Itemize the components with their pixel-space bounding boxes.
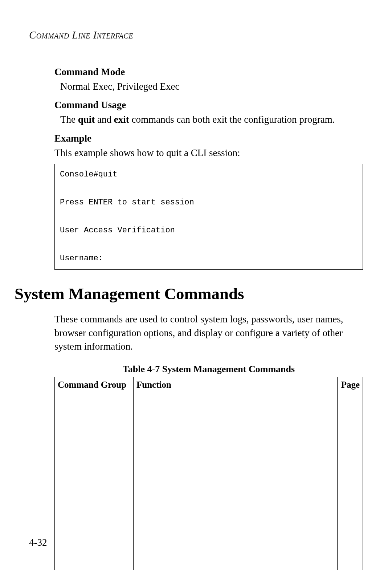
command-mode-label: Command Mode	[54, 66, 363, 78]
page: Command Line Interface Command Mode Norm…	[0, 0, 392, 570]
running-head: Command Line Interface	[29, 29, 363, 41]
usage-mid: and	[95, 114, 114, 125]
command-usage-label: Command Usage	[54, 99, 363, 111]
table-caption: Table 4-7 System Management Commands	[54, 364, 363, 375]
usage-prefix: The	[60, 114, 78, 125]
example-code: Console#quit Press ENTER to start sessio…	[54, 164, 363, 270]
example-label: Example	[54, 133, 363, 144]
page-number: 4-32	[29, 537, 47, 548]
content-block: Command Mode Normal Exec, Privileged Exe…	[54, 66, 363, 270]
usage-suffix: commands can both exit the configuration…	[129, 114, 335, 125]
table-header-row: Command Group Function Page	[55, 377, 363, 570]
section-block: These commands are used to control syste…	[54, 313, 363, 570]
usage-kw-exit: exit	[114, 114, 129, 125]
section-intro: These commands are used to control syste…	[54, 313, 363, 354]
section-title: System Management Commands	[15, 284, 363, 303]
col-header-group: Command Group	[55, 377, 134, 570]
usage-kw-quit: quit	[78, 114, 95, 125]
commands-table: Command Group Function Page Device Desig…	[54, 377, 363, 570]
col-header-function: Function	[134, 377, 338, 570]
col-header-page: Page	[338, 377, 363, 570]
command-usage-text: The quit and exit commands can both exit…	[60, 113, 363, 126]
command-mode-text: Normal Exec, Privileged Exec	[60, 80, 363, 93]
example-desc: This example shows how to quit a CLI ses…	[54, 146, 363, 159]
